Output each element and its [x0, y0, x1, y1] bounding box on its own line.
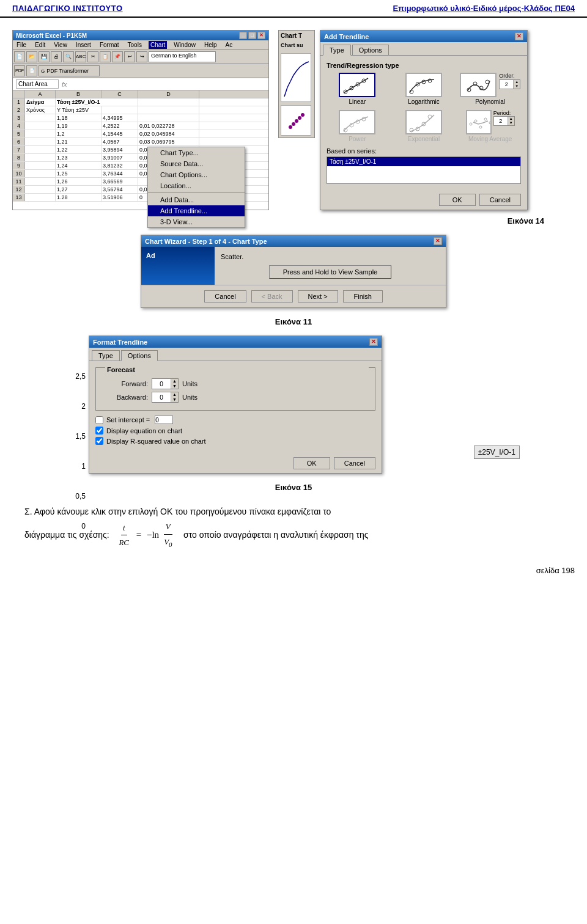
tb-save[interactable]: 💾	[39, 51, 50, 62]
ctx-chart-options[interactable]: Chart Options...	[148, 169, 245, 180]
page-header: ΠΑΙΔΑΓΩΓΙΚΟ ΙΝΣΤΙΤΟΥΤΟ Επιμορφωτικό υλικ…	[0, 0, 587, 18]
options-titlebar: Format Trendline ✕	[89, 336, 382, 348]
svg-point-1	[295, 119, 298, 123]
excel-titlebar: Microsoft Excel - P1K5M _ □ ✕	[13, 31, 268, 40]
ctx-source-data[interactable]: Source Data...	[148, 158, 245, 169]
svg-point-29	[484, 118, 487, 120]
tb-undo[interactable]: ↩	[124, 51, 135, 62]
options-close[interactable]: ✕	[369, 338, 378, 346]
fx-label: fx	[62, 81, 67, 88]
backward-down[interactable]: ▼	[171, 397, 178, 402]
trend-logarithmic[interactable]: Logarithmic	[393, 73, 455, 105]
tab-options-options[interactable]: Options	[121, 350, 158, 361]
excel-toolbar: 📄 📂 💾 🖨 🔍 ABC ✂ 📋 📌 ↩ ↪ German to Englis…	[13, 50, 268, 64]
wizard-next-btn[interactable]: Next >	[298, 290, 338, 302]
ctx-location[interactable]: Location...	[148, 180, 245, 191]
options-ok-btn[interactable]: OK	[294, 457, 330, 469]
period-input[interactable]	[494, 117, 508, 125]
translate-box[interactable]: German to English	[149, 51, 216, 62]
menu-file[interactable]: File	[15, 41, 28, 49]
trendline-ok-btn[interactable]: OK	[439, 194, 476, 206]
wizard-back-btn[interactable]: < Back	[251, 290, 293, 302]
trend-exp-box[interactable]	[405, 110, 442, 134]
order-up[interactable]: ▲	[513, 80, 520, 84]
display-eq-cb[interactable]	[95, 427, 103, 435]
tab-options-type[interactable]: Type	[92, 350, 120, 361]
wizard-close[interactable]: ✕	[434, 237, 442, 245]
trendline-cancel-btn[interactable]: Cancel	[479, 194, 521, 206]
ctx-3d-view[interactable]: 3-D View...	[148, 216, 245, 227]
ctx-chart-type[interactable]: Chart Type...	[148, 147, 245, 158]
trend-poly-box[interactable]	[460, 73, 497, 97]
backward-up[interactable]: ▲	[171, 392, 178, 397]
options-cancel-btn[interactable]: Cancel	[334, 457, 375, 469]
tb-preview[interactable]: 🔍	[63, 51, 74, 62]
tb-copy[interactable]: 📋	[100, 51, 111, 62]
add-trendline-dialog: Add Trendline ✕ Type Options Trend/Regre…	[320, 30, 528, 210]
forward-down[interactable]: ▼	[171, 384, 178, 389]
minimize-btn[interactable]: _	[239, 32, 247, 39]
menu-help[interactable]: Help	[202, 41, 219, 49]
menu-edit[interactable]: Edit	[33, 41, 47, 49]
period-down[interactable]: ▼	[508, 121, 514, 125]
order-label: Order:	[499, 73, 520, 79]
tab-options[interactable]: Options	[352, 45, 389, 55]
ctx-add-trendline[interactable]: Add Trendline...	[148, 205, 245, 216]
forward-input[interactable]	[152, 379, 171, 389]
scatter-preview	[281, 105, 311, 136]
tb-new[interactable]: 📄	[14, 51, 25, 62]
press-hold-btn[interactable]: Press and Hold to View Sample	[269, 265, 391, 279]
y-label-1: 1	[55, 462, 86, 471]
menu-tools[interactable]: Tools	[126, 41, 144, 49]
linear-icon-svg	[341, 75, 374, 96]
set-intercept-input[interactable]	[155, 416, 173, 424]
display-r2-cb[interactable]	[95, 437, 103, 445]
period-up[interactable]: ▲	[508, 117, 514, 121]
tb-print[interactable]: 🖨	[51, 51, 62, 62]
trend-exponential[interactable]: Exponential	[393, 110, 455, 142]
wizard-left-strip: Ad	[141, 247, 215, 285]
tb-pdf2[interactable]: 📄	[26, 65, 37, 76]
tab-type[interactable]: Type	[323, 45, 351, 56]
order-input[interactable]	[500, 80, 513, 89]
trend-power-box[interactable]	[339, 110, 375, 134]
menu-view[interactable]: View	[52, 41, 69, 49]
menu-insert[interactable]: Insert	[74, 41, 93, 49]
tb-pdf1[interactable]: PDF	[14, 65, 25, 76]
backward-input[interactable]	[152, 392, 171, 402]
ctx-add-data[interactable]: Add Data...	[148, 194, 245, 205]
close-btn[interactable]: ✕	[257, 32, 265, 39]
menu-chart[interactable]: Chart	[149, 41, 167, 49]
chart-su-strip: Chart su	[281, 42, 312, 48]
wizard-cancel-btn[interactable]: Cancel	[204, 290, 246, 302]
chart-title-strip: Chart T	[281, 32, 312, 39]
tb-cut[interactable]: ✂	[87, 51, 98, 62]
add-trendline-close[interactable]: ✕	[515, 32, 523, 40]
wizard-finish-btn[interactable]: Finish	[343, 290, 383, 302]
set-intercept-cb[interactable]	[95, 416, 103, 424]
trend-linear-box[interactable]	[339, 73, 375, 97]
menu-format[interactable]: Format	[98, 41, 121, 49]
tb-redo[interactable]: ↪	[136, 51, 147, 62]
series-item[interactable]: Τάση ±25V_I/O-1	[327, 157, 520, 166]
forward-up[interactable]: ▲	[171, 379, 178, 384]
wizard-right-content: Scatter. Press and Hold to View Sample	[221, 253, 440, 279]
trend-linear[interactable]: Linear	[327, 73, 388, 105]
y-label-2: 2	[55, 402, 86, 411]
trend-power[interactable]: Power	[327, 110, 388, 142]
tb-paste[interactable]: 📌	[112, 51, 123, 62]
menu-ac[interactable]: Ac	[224, 41, 235, 49]
trend-polynomial[interactable]: Order: ▲ ▼	[459, 73, 521, 105]
header-left: ΠΑΙΔΑΓΩΓΙΚΟ ΙΝΣΤΙΤΟΥΤΟ	[12, 4, 123, 13]
trend-ma-box[interactable]	[466, 110, 492, 134]
menu-window[interactable]: Window	[172, 41, 198, 49]
restore-btn[interactable]: □	[248, 32, 256, 39]
trend-log-box[interactable]	[405, 73, 442, 97]
trend-moving-avg[interactable]: Period: ▲ ▼	[459, 110, 521, 142]
tb-open[interactable]: 📂	[26, 51, 37, 62]
name-box[interactable]	[16, 79, 59, 89]
series-listbox[interactable]: Τάση ±25V_I/O-1	[327, 156, 521, 184]
order-down[interactable]: ▼	[513, 84, 520, 89]
tb-spell[interactable]: ABC	[75, 51, 86, 62]
pdf-transformer: G PDF Transformer	[39, 65, 100, 76]
